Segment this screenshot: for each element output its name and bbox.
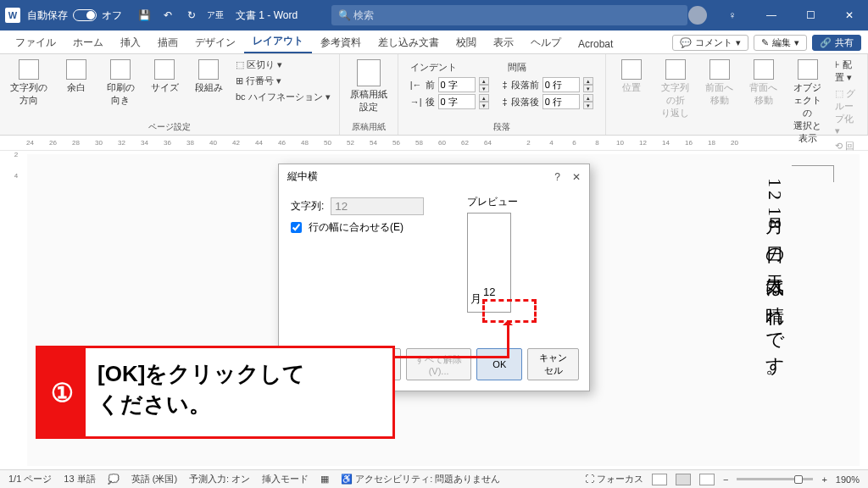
accessibility[interactable]: ♿ アクセシビリティ: 問題ありません — [341, 473, 500, 485]
group-paragraph: インデント間隔 |← 前 ▴▾ ‡ 段落前 ▴▾ →| 後 ▴▾ ‡ 段落後 ▴… — [398, 54, 606, 135]
bring-forward-button: 前面へ 移動 — [701, 58, 738, 108]
autosave-toggle[interactable]: 自動保存 オフ — [27, 8, 122, 23]
minimize-icon[interactable]: — — [758, 2, 785, 29]
tab-layout[interactable]: レイアウト — [244, 30, 312, 53]
dialog-title: 縦中横 — [287, 169, 318, 184]
tab-mailings[interactable]: 差し込み文書 — [370, 32, 448, 53]
tab-view[interactable]: 表示 — [485, 32, 522, 53]
tab-draw[interactable]: 描画 — [149, 32, 186, 53]
tab-file[interactable]: ファイル — [7, 32, 64, 53]
callout-text: [OK]をクリックしてください。 — [86, 348, 317, 436]
remove-all-button: すべて解除(V)... — [406, 348, 472, 380]
redo-icon[interactable]: ↻ — [181, 5, 202, 25]
autosave-state: オフ — [102, 8, 122, 23]
align-button[interactable]: ⊦ 配置 ▾ — [833, 58, 860, 85]
group-page-setup: 文字列の 方向 余白 印刷の 向き サイズ 段組み ⬚ 区切り ▾ ⊞ 行番号 … — [0, 54, 340, 135]
vertical-ruler[interactable]: 24 — [10, 151, 22, 180]
breaks-button[interactable]: ⬚ 区切り ▾ — [234, 58, 332, 72]
tab-references[interactable]: 参考資料 — [312, 32, 370, 53]
group-button: ⬚ グループ化 ▾ — [833, 86, 860, 137]
group-arrange: 位置 文字列の折 り返し 前面へ 移動 背面へ 移動 オブジェクトの 選択と表示… — [606, 54, 868, 135]
fit-line-label: 行の幅に合わせる(E) — [309, 220, 403, 235]
zoom-in-icon[interactable]: + — [821, 474, 826, 485]
titlebar: W 自動保存 オフ 💾 ↶ ↻ ア亜 文書 1 - Word 🔍 検索 ♀ — … — [0, 0, 868, 30]
ribbon-tabs: ファイル ホーム 挿入 描画 デザイン レイアウト 参考資料 差し込み文書 校閲… — [0, 30, 868, 54]
space-before[interactable]: ‡ 段落前 ▴▾ — [503, 77, 593, 92]
search-box[interactable]: 🔍 検索 — [331, 5, 687, 25]
spellcheck-icon[interactable]: 💭 — [108, 474, 120, 485]
selection-pane-button[interactable]: オブジェクトの 選択と表示 — [789, 58, 826, 147]
dialog-close-icon[interactable]: ✕ — [572, 171, 581, 183]
autosave-label: 自動保存 — [27, 8, 68, 23]
zoom-level[interactable]: 190% — [836, 474, 860, 485]
word-count[interactable]: 13 単語 — [64, 473, 95, 485]
callout-number: ① — [38, 348, 86, 436]
manuscript-button[interactable]: 原稿用紙 設定 — [347, 58, 391, 115]
group-label: ページ設定 — [7, 119, 332, 133]
document-title: 文書 1 - Word — [236, 8, 298, 23]
print-layout-icon[interactable] — [676, 474, 691, 485]
position-button: 位置 — [613, 58, 650, 96]
search-placeholder: 検索 — [353, 8, 374, 23]
hyphenation-button[interactable]: bc ハイフネーション ▾ — [234, 90, 332, 104]
orientation-button[interactable]: 印刷の 向き — [102, 58, 139, 108]
focus-mode[interactable]: ⛶ フォーカス — [585, 473, 643, 485]
space-after[interactable]: ‡ 段落後 ▴▾ — [503, 94, 593, 109]
zoom-slider[interactable] — [737, 478, 813, 480]
user-avatar[interactable] — [688, 6, 707, 25]
fit-line-checkbox[interactable] — [291, 222, 302, 233]
tab-design[interactable]: デザイン — [186, 32, 244, 53]
document-text[interactable]: 12月18日の天気は晴れです。 — [762, 178, 787, 391]
text-direction-button[interactable]: 文字列の 方向 — [7, 58, 51, 108]
undo-icon[interactable]: ↶ — [158, 5, 178, 25]
send-backward-button: 背面へ 移動 — [745, 58, 782, 108]
predict-input[interactable]: 予測入力: オン — [189, 473, 250, 485]
zoom-out-icon[interactable]: − — [723, 474, 728, 485]
tab-home[interactable]: ホーム — [64, 32, 112, 53]
macro-icon[interactable]: ▦ — [320, 474, 329, 485]
preview-box: 12月 — [467, 213, 511, 313]
toggle-icon — [73, 9, 97, 21]
insert-mode[interactable]: 挿入モード — [262, 473, 309, 485]
maximize-icon[interactable]: ☐ — [797, 2, 824, 29]
indent-right[interactable]: →| 後 ▴▾ — [410, 94, 489, 109]
instruction-callout: ① [OK]をクリックしてください。 — [36, 346, 395, 439]
language[interactable]: 英語 (米国) — [131, 473, 177, 485]
arrow-annotation-h — [392, 356, 509, 358]
page-corner — [792, 165, 834, 182]
search-icon: 🔍 — [338, 9, 351, 21]
help-icon[interactable]: ♀ — [719, 2, 746, 29]
tab-insert[interactable]: 挿入 — [112, 32, 149, 53]
tab-review[interactable]: 校閲 — [448, 32, 485, 53]
ok-button[interactable]: OK — [476, 348, 522, 380]
web-layout-icon[interactable] — [699, 474, 715, 485]
preview-label: プレビュー — [467, 196, 518, 208]
page-count[interactable]: 1/1 ページ — [8, 473, 52, 485]
string-label: 文字列: — [291, 199, 324, 214]
size-button[interactable]: サイズ — [146, 58, 183, 96]
qa-icon[interactable]: ア亜 — [205, 5, 225, 25]
cancel-button[interactable]: キャンセル — [527, 348, 579, 380]
line-numbers-button[interactable]: ⊞ 行番号 ▾ — [234, 74, 332, 88]
tab-help[interactable]: ヘルプ — [522, 32, 570, 53]
margins-button[interactable]: 余白 — [58, 58, 95, 96]
columns-button[interactable]: 段組み — [190, 58, 227, 96]
read-mode-icon[interactable] — [652, 474, 667, 485]
comments-button[interactable]: 💬 コメント ▾ — [672, 35, 748, 51]
save-icon[interactable]: 💾 — [134, 5, 154, 25]
ribbon: 文字列の 方向 余白 印刷の 向き サイズ 段組み ⬚ 区切り ▾ ⊞ 行番号 … — [0, 54, 868, 136]
arrow-annotation — [507, 322, 509, 358]
share-button[interactable]: 🔗 共有 — [812, 35, 861, 51]
indent-left[interactable]: |← 前 ▴▾ — [410, 77, 489, 92]
status-bar: 1/1 ページ 13 単語 💭 英語 (米国) 予測入力: オン 挿入モード ▦… — [0, 469, 868, 488]
close-icon[interactable]: ✕ — [836, 2, 863, 29]
tab-acrobat[interactable]: Acrobat — [570, 35, 621, 53]
word-icon: W — [5, 8, 20, 23]
string-input — [331, 197, 424, 215]
dialog-help-icon[interactable]: ? — [554, 171, 560, 183]
editing-button[interactable]: ✎ 編集 ▾ — [754, 35, 807, 51]
group-manuscript: 原稿用紙 設定 原稿用紙 — [340, 54, 398, 135]
wrap-text-button: 文字列の折 り返し — [657, 58, 694, 121]
